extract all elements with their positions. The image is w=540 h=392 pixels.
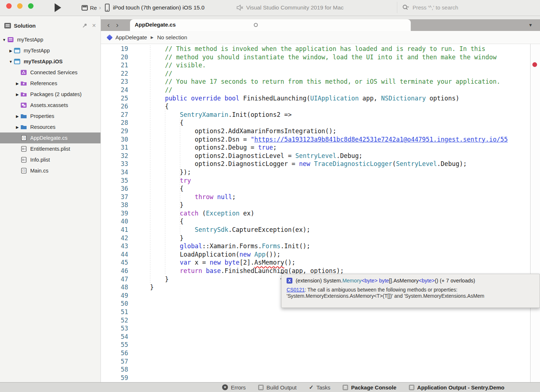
line-number[interactable]: 38	[101, 201, 135, 209]
line-number[interactable]: 27	[101, 111, 135, 119]
line-number[interactable]: 19	[101, 45, 135, 53]
line-number[interactable]: 44	[101, 250, 135, 259]
disclosure-arrow-icon[interactable]: ▶	[15, 114, 20, 118]
error-code-link[interactable]: CS0121	[287, 287, 305, 293]
line-number[interactable]: 51	[101, 308, 135, 316]
code-text[interactable]: }	[135, 201, 540, 209]
line-number[interactable]: 22	[101, 70, 135, 78]
line-number[interactable]: 23	[101, 78, 135, 86]
line-number[interactable]: 41	[101, 226, 135, 234]
tree-item-mytestapp[interactable]: ▶myTestApp	[0, 45, 100, 56]
tree-item-packages-2-updates-[interactable]: ▶Packages (2 updates)	[0, 89, 100, 100]
code-line[interactable]: 31 options2.Debug = true;	[101, 143, 540, 152]
statusbar-build-output[interactable]: Build Output	[258, 384, 297, 391]
breadcrumb-class[interactable]: AppDelegate	[115, 34, 147, 40]
code-line[interactable]: 36 {	[101, 185, 540, 193]
line-number[interactable]: 29	[101, 127, 135, 135]
code-text[interactable]	[135, 308, 540, 316]
link-token[interactable]: https://5a193123a9b841bc8d8e42531e7242a1…	[255, 136, 508, 143]
line-number[interactable]: 24	[101, 86, 135, 94]
code-text[interactable]	[135, 374, 540, 382]
minimize-window-button[interactable]	[17, 3, 23, 9]
code-line[interactable]: 54	[101, 333, 540, 341]
disclosure-arrow-icon[interactable]: ▶	[15, 125, 20, 129]
tab-appdelegate[interactable]: AppDelegate.cs	[130, 19, 411, 31]
line-number[interactable]: 47	[101, 275, 135, 284]
code-text[interactable]: // method you should instantiate the win…	[135, 53, 540, 62]
line-number[interactable]: 56	[101, 349, 135, 357]
line-number[interactable]: 57	[101, 357, 135, 366]
code-line[interactable]: 37 throw null;	[101, 193, 540, 201]
code-line[interactable]: 19 // This method is invoked when the ap…	[101, 45, 540, 53]
line-number[interactable]: 34	[101, 168, 135, 177]
code-text[interactable]: {	[135, 185, 540, 193]
zoom-window-button[interactable]	[28, 3, 33, 9]
tree-item-appdelegate-cs[interactable]: {}AppDelegate.cs	[0, 132, 100, 143]
line-number[interactable]: 48	[101, 283, 135, 292]
code-line[interactable]: 44 LoadApplication(new App());	[101, 250, 540, 259]
disclosure-arrow-icon[interactable]: ▼	[1, 38, 7, 42]
breadcrumb-selection[interactable]: No selection	[157, 34, 187, 40]
code-line[interactable]: 24 //	[101, 86, 540, 94]
line-number[interactable]: 35	[101, 177, 135, 185]
code-text[interactable]: options2.Debug = true;	[135, 143, 540, 152]
line-number[interactable]: 50	[101, 300, 135, 308]
code-line[interactable]: 58	[101, 365, 540, 374]
code-text[interactable]: //	[135, 86, 540, 94]
tree-item-entitlements-plist[interactable]: Entitlements.plist	[0, 143, 100, 154]
line-number[interactable]: 58	[101, 365, 135, 374]
line-number[interactable]: 53	[101, 324, 135, 333]
code-line[interactable]: 53	[101, 324, 540, 333]
tree-item-references[interactable]: ▶References	[0, 78, 100, 89]
code-line[interactable]: 57	[101, 357, 540, 366]
code-text[interactable]	[135, 316, 540, 325]
code-line[interactable]: 33 options2.DiagnosticLogger = new Trace…	[101, 160, 540, 168]
code-line[interactable]: 59	[101, 374, 540, 382]
code-line[interactable]: 32 options2.DiagnosticLevel = SentryLeve…	[101, 152, 540, 160]
code-text[interactable]: var x = new byte[2].AsMemory();	[135, 258, 540, 267]
code-text[interactable]	[135, 341, 540, 349]
tree-item-resources[interactable]: ▶Resources	[0, 122, 100, 132]
code-line[interactable]: 43 global::Xamarin.Forms.Forms.Init();	[101, 242, 540, 250]
line-number[interactable]: 43	[101, 242, 135, 250]
tree-item-assets-xcassets[interactable]: Assets.xcassets	[0, 100, 100, 111]
navigate-forward-button[interactable]: ›	[113, 19, 121, 31]
code-text[interactable]: });	[135, 168, 540, 177]
line-number[interactable]: 42	[101, 234, 135, 242]
statusbar-package-console[interactable]: Package Console	[343, 384, 396, 391]
line-number[interactable]: 59	[101, 374, 135, 382]
code-line[interactable]: 35 try	[101, 177, 540, 185]
code-text[interactable]: //	[135, 70, 540, 78]
code-text[interactable]: global::Xamarin.Forms.Forms.Init();	[135, 242, 540, 250]
code-text[interactable]: SentrySdk.CaptureException(ex);	[135, 226, 540, 234]
code-line[interactable]: 38 }	[101, 201, 540, 209]
line-number[interactable]: 39	[101, 209, 135, 218]
code-line[interactable]: 42 }	[101, 234, 540, 242]
tree-item-mytestapp-ios[interactable]: ▼myTestApp.iOS	[0, 56, 100, 67]
search-input[interactable]: Press '^,' to search	[397, 2, 537, 13]
run-button[interactable]	[54, 3, 62, 12]
code-line[interactable]: 22 //	[101, 70, 540, 78]
tree-item-main-cs[interactable]: {}Main.cs	[0, 165, 100, 176]
code-line[interactable]: 40 {	[101, 217, 540, 226]
code-text[interactable]: SentryXamarin.Init(options2 =>	[135, 111, 540, 119]
code-line[interactable]: 20 // method you should instantiate the …	[101, 53, 540, 62]
disclosure-arrow-icon[interactable]: ▶	[15, 82, 20, 86]
code-text[interactable]: }	[135, 234, 540, 242]
code-text[interactable]: try	[135, 177, 540, 185]
line-number[interactable]: 31	[101, 143, 135, 152]
code-text[interactable]: options2.Dsn = "https://5a193123a9b841bc…	[135, 135, 540, 144]
line-number[interactable]: 28	[101, 119, 135, 127]
code-text[interactable]: {	[135, 102, 540, 111]
line-number[interactable]: 46	[101, 267, 135, 275]
code-line[interactable]: 34 });	[101, 168, 540, 177]
code-line[interactable]: 25 public override bool FinishedLaunchin…	[101, 94, 540, 103]
code-text[interactable]	[135, 365, 540, 374]
close-window-button[interactable]	[6, 3, 12, 9]
disclosure-arrow-icon[interactable]: ▶	[15, 92, 20, 96]
line-number[interactable]: 25	[101, 94, 135, 103]
code-text[interactable]	[135, 357, 540, 366]
code-line[interactable]: 45 var x = new byte[2].AsMemory();	[101, 258, 540, 267]
tree-item-connected-services[interactable]: Connected Services	[0, 67, 100, 78]
code-text[interactable]: options2.AddXamarinFormsIntegration();	[135, 127, 540, 135]
